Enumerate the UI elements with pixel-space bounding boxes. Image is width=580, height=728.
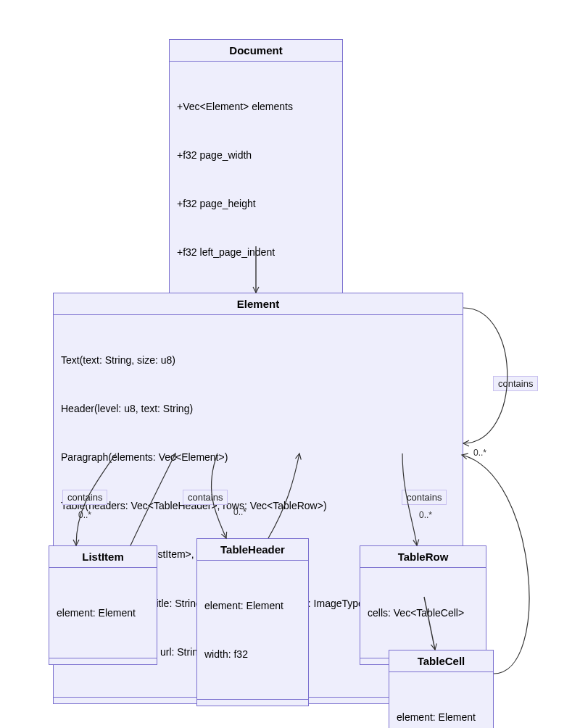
class-title: Document [170, 40, 342, 62]
multiplicity: 0..* [419, 510, 432, 520]
attr: element: Element [397, 709, 486, 725]
attr: Text(text: String, size: u8) [61, 352, 455, 368]
attr: cells: Vec<TableCell> [368, 605, 478, 621]
class-title: TableCell [389, 650, 493, 672]
attr: width: f32 [204, 646, 301, 662]
class-title: Element [54, 293, 463, 315]
multiplicity: 0..* [233, 507, 246, 517]
relation-label-contains: contains [62, 490, 107, 505]
attr: Header(level: u8, text: String) [61, 401, 455, 417]
class-attributes: element: Element width: f32 [197, 561, 308, 700]
attr: element: Element [204, 598, 301, 614]
relation-label-contains: contains [402, 490, 447, 505]
multiplicity: 0..* [78, 510, 91, 520]
relation-label-contains: contains [493, 376, 538, 391]
class-title: ListItem [49, 546, 157, 568]
class-title: TableHeader [197, 539, 308, 561]
multiplicity: 0..* [473, 448, 486, 458]
attr: Table(headers: Vec<TableHeader>, rows: V… [61, 498, 455, 514]
class-attributes: cells: Vec<TableCell> [360, 568, 486, 658]
class-tablecell: TableCell element: Element [389, 650, 494, 728]
class-title: TableRow [360, 546, 486, 568]
attr: Paragraph(elements: Vec<Element>) [61, 449, 455, 465]
class-tableheader: TableHeader element: Element width: f32 [196, 538, 309, 706]
attr: +f32 left_page_indent [177, 244, 335, 260]
class-footer [197, 700, 308, 706]
attr: +f32 page_width [177, 147, 335, 163]
attr: +Vec<Element> elements [177, 99, 335, 114]
class-listitem: ListItem element: Element [49, 545, 157, 665]
class-tablerow: TableRow cells: Vec<TableCell> [360, 545, 486, 665]
attr: +f32 page_height [177, 196, 335, 212]
class-attributes: element: Element [389, 672, 493, 728]
class-attributes: element: Element [49, 568, 157, 658]
class-footer [49, 658, 157, 664]
relation-label-contains: contains [183, 490, 228, 505]
uml-class-diagram: { "classes": { "document": { "name": "Do… [0, 0, 580, 728]
attr: element: Element [57, 605, 149, 621]
